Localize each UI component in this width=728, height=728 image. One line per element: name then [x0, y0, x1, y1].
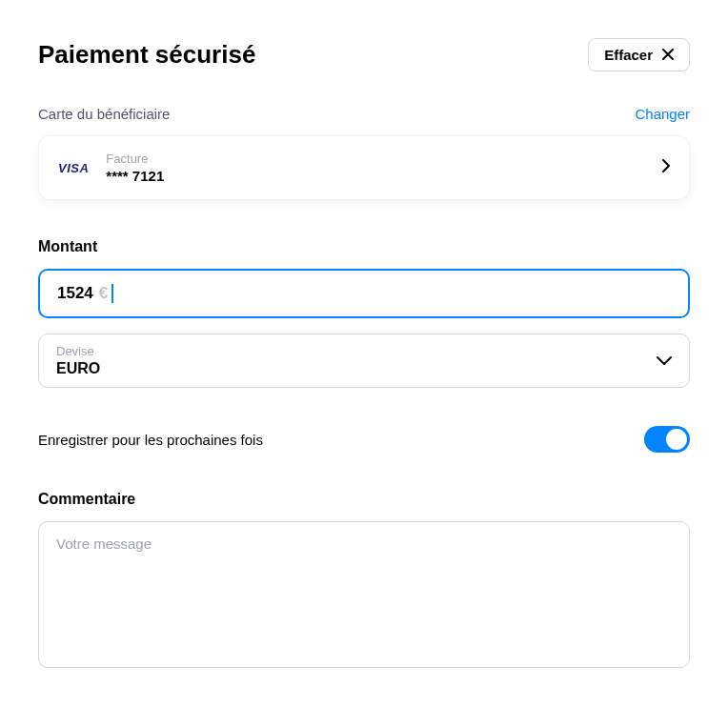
card-masked-number: **** 7121 [106, 168, 662, 184]
comment-label: Commentaire [38, 491, 690, 508]
visa-icon: VISA [58, 161, 89, 175]
card-selector[interactable]: VISA Facture **** 7121 [38, 135, 690, 200]
card-section-label: Carte du bénéficiaire [38, 106, 170, 122]
amount-label: Montant [38, 238, 690, 255]
clear-button[interactable]: Effacer [588, 38, 690, 71]
save-toggle-label: Enregistrer pour les prochaines fois [38, 432, 263, 448]
text-cursor [111, 284, 113, 303]
toggle-knob [666, 429, 687, 450]
chevron-right-icon [662, 159, 670, 176]
currency-select[interactable]: Devise EURO [38, 334, 690, 388]
amount-value: 1524 [57, 284, 93, 303]
comment-textarea[interactable] [56, 536, 672, 650]
amount-input[interactable]: 1524 € [38, 269, 690, 318]
clear-label: Effacer [604, 47, 653, 63]
page-title: Paiement sécurisé [38, 40, 255, 70]
save-toggle[interactable] [644, 426, 690, 453]
amount-currency-symbol: € [99, 284, 108, 303]
card-sublabel: Facture [106, 152, 662, 166]
currency-select-value: EURO [56, 360, 672, 377]
comment-field-wrap [38, 521, 690, 668]
change-card-link[interactable]: Changer [635, 106, 690, 122]
currency-select-label: Devise [56, 344, 672, 358]
close-icon [662, 48, 674, 63]
card-info: Facture **** 7121 [106, 152, 662, 184]
chevron-down-icon [657, 353, 672, 370]
